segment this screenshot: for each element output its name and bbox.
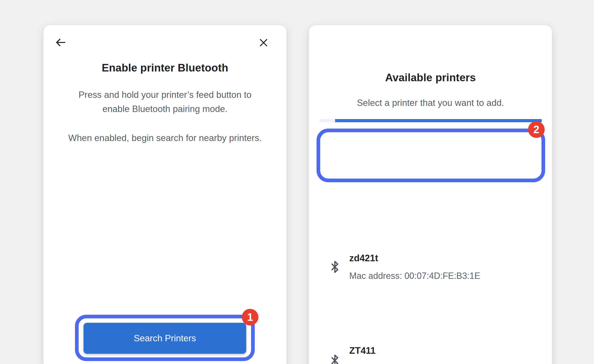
- subtitle: Select a printer that you want to add.: [309, 97, 552, 109]
- instruction-line-1: Press and hold your printer’s feed butto…: [43, 88, 286, 102]
- page-title: Available printers: [309, 71, 552, 84]
- printer-name: zd421t: [349, 253, 378, 264]
- arrow-left-icon: [55, 37, 66, 48]
- printer-list-item-zd421t[interactable]: zd421t Mac address: 00:07:4D:FE:B3:1E: [309, 137, 552, 174]
- close-icon: [258, 37, 269, 48]
- step-1-badge: 1: [242, 309, 258, 325]
- search-progress-bar: [319, 119, 542, 122]
- instruction-paragraph-1: Press and hold your printer’s feed butto…: [43, 88, 286, 116]
- screen-enable-printer-bluetooth: Enable printer Bluetooth Press and hold …: [43, 25, 286, 364]
- instruction-paragraph-2: When enabled, begin search for nearby pr…: [43, 131, 286, 145]
- instruction-line-2: enable Bluetooth pairing mode.: [43, 102, 286, 116]
- back-button[interactable]: [55, 37, 66, 48]
- page-title: Enable printer Bluetooth: [43, 61, 286, 75]
- printer-list-item-zt411[interactable]: ZT411 Mac address: C4:D3:6A:88:44:E7: [309, 184, 552, 220]
- bluetooth-icon: [328, 260, 342, 274]
- bluetooth-icon: [328, 354, 342, 364]
- screen-available-printers: Available printers Select a printer that…: [309, 25, 552, 364]
- close-button[interactable]: [258, 37, 269, 48]
- page-background: { "colors": { "page_background": "#eff0f…: [0, 0, 594, 364]
- printer-mac-address: Mac address: 00:07:4D:FE:B3:1E: [349, 270, 480, 282]
- printer-mac-address: Mac address: C4:D3:6A:88:44:E7: [349, 362, 480, 364]
- printer-name: ZT411: [349, 345, 376, 356]
- step-2-badge: 2: [528, 121, 545, 138]
- search-printers-button[interactable]: Search Printers: [84, 323, 246, 354]
- progress-fill: [335, 119, 542, 122]
